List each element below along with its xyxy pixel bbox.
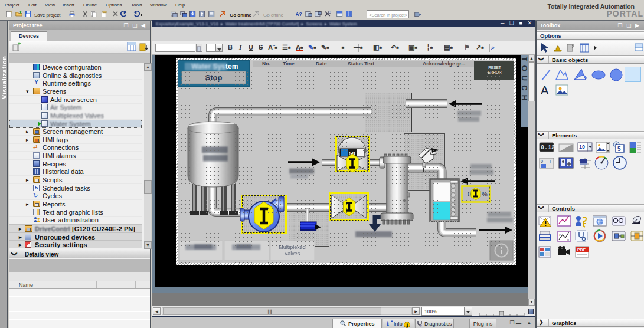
svg-text:Acknowledge gr...: Acknowledge gr...	[423, 61, 465, 67]
svg-text:Status Text: Status Text	[348, 61, 374, 67]
svg-text:0.12: 0.12	[541, 145, 555, 151]
svg-text:tem: tem	[225, 63, 238, 71]
svg-text:Time: Time	[283, 61, 295, 67]
svg-text:I: I	[550, 159, 551, 163]
svg-text:y: y	[559, 232, 561, 236]
svg-text:%: %	[482, 191, 488, 198]
svg-text:10: 10	[579, 144, 585, 150]
svg-text:Multiplexed: Multiplexed	[279, 244, 306, 250]
svg-text:Water Sys: Water Sys	[191, 63, 225, 71]
svg-text:RESET: RESET	[488, 65, 501, 70]
svg-text:Valves: Valves	[285, 251, 300, 257]
svg-text:x: x	[567, 238, 569, 241]
svg-text:ERROR: ERROR	[488, 70, 502, 74]
svg-text:Stop: Stop	[205, 73, 223, 82]
svg-text:A?: A?	[296, 12, 302, 17]
svg-text:A: A	[541, 84, 549, 97]
svg-text:Date: Date	[316, 61, 327, 67]
svg-text:0: 0	[468, 191, 471, 198]
svg-text:0: 0	[541, 159, 543, 163]
svg-text:ℹ: ℹ	[387, 320, 389, 327]
svg-text:PDF: PDF	[577, 248, 586, 252]
svg-text:5: 5	[617, 146, 621, 152]
svg-text:No.: No.	[262, 61, 270, 67]
